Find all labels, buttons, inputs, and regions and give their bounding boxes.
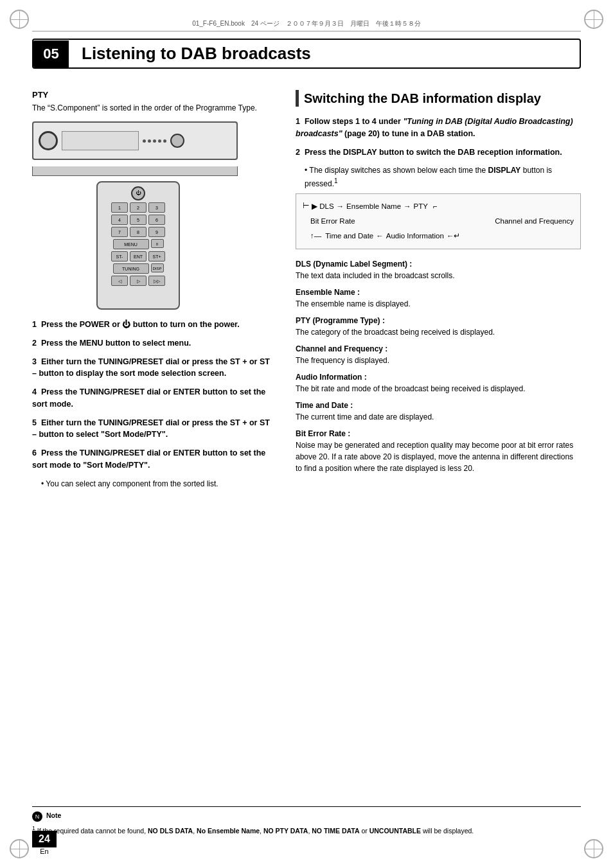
- device-unit-bottom: [32, 166, 238, 176]
- unit-dots: [143, 139, 166, 143]
- step-2: 2 Press the MENU button to select menu.: [32, 337, 276, 350]
- flow-arrow-1: →: [337, 200, 344, 213]
- top-meta: 01_F-F6_EN.book 24 ページ ２００７年９月３日 月曜日 午後１…: [32, 19, 581, 31]
- note-title: Note: [46, 811, 61, 821]
- remote-btn-st-minus: ST-: [111, 251, 128, 261]
- remote-btn-prev: ◁: [111, 276, 128, 286]
- remote-btn-st-plus: ST+: [148, 251, 165, 261]
- info-biterror: Bit Error Rate : Noise may be generated …: [296, 428, 581, 474]
- info-audio-text: The bit rate and mode of the broadcast b…: [296, 384, 526, 393]
- page-lang: En: [32, 847, 57, 855]
- pty-heading: PTY: [32, 90, 276, 100]
- info-pty: PTY (Programme Type) : The category of t…: [296, 315, 581, 338]
- device-unit-top: [32, 121, 238, 160]
- switching-title: Switching the DAB information display: [296, 90, 581, 107]
- info-timedate-label: Time and Date :: [296, 401, 353, 410]
- remote-btn-9: 9: [148, 227, 165, 237]
- content-area: PTY The “S.Component” is sorted in the o…: [32, 90, 581, 804]
- remote-btn-disp: DISP: [151, 263, 164, 272]
- step-6-bullet: You can select any component from the so…: [41, 478, 276, 490]
- crosshair-br: [584, 839, 603, 858]
- remote-power-btn: ⏻: [131, 186, 145, 200]
- info-channel-label: Channel and Frequency :: [296, 344, 387, 353]
- info-pty-text: The category of the broadcast being rece…: [296, 328, 495, 337]
- display-flow: ⊢ ▶ DLS → Ensemble Name → PTY ⌐ Bit Erro…: [296, 193, 581, 249]
- device-remote: ⏻ 1 2 3 4 5 6 7 8 9 MENU 0 ST- EN: [96, 181, 180, 310]
- crosshair-tr: [584, 10, 603, 29]
- remote-btn-1: 1: [111, 202, 128, 213]
- flow-audio-info: Audio Information: [386, 229, 444, 243]
- remote-btn-enter: ENT: [130, 251, 147, 261]
- remote-btn-5: 5: [130, 215, 147, 225]
- remote-row-4: MENU 0: [113, 239, 164, 249]
- info-timedate-text: The current time and date are displayed.: [296, 412, 434, 421]
- right-column: Switching the DAB information display 1 …: [296, 90, 581, 804]
- crosshair-tl: [10, 10, 29, 29]
- page-number: 24: [32, 831, 57, 847]
- right-step-1: 1 Follow steps 1 to 4 under "Tuning in D…: [296, 116, 581, 140]
- flow-ensemble: Ensemble Name: [346, 200, 401, 213]
- chapter-header: 05 Listening to DAB broadcasts: [32, 39, 581, 69]
- info-audio-label: Audio Information :: [296, 373, 367, 382]
- info-timedate: Time and Date : The current time and dat…: [296, 400, 581, 423]
- flow-dls: ▶ DLS: [312, 200, 334, 213]
- dot-1: [143, 139, 146, 143]
- step-3: 3 Either turn the TUNING/PRESET dial or …: [32, 356, 276, 380]
- flow-return-arrow: ↑—: [310, 229, 321, 243]
- remote-btn-2: 2: [130, 202, 147, 213]
- remote-row-3: 7 8 9: [111, 227, 165, 237]
- flow-row-1: ⊢ ▶ DLS → Ensemble Name → PTY ⌐: [303, 199, 574, 213]
- remote-btn-next: ▷▷: [148, 276, 165, 286]
- flow-pty-turn: ⌐: [433, 200, 438, 213]
- note-icon: N: [32, 811, 42, 822]
- right-step-2: 2 Press the DISPLAY button to switch the…: [296, 146, 581, 159]
- dot-5: [163, 139, 166, 143]
- unit-power-btn: [170, 134, 184, 148]
- remote-row-6: TUNING DISP: [113, 263, 164, 274]
- flow-row-2: ↑— Time and Date ← Audio Information ←↵: [310, 229, 574, 243]
- flow-arrow-back-1: ←: [376, 229, 384, 243]
- step-5: 5 Either turn the TUNING/PRESET dial or …: [32, 417, 276, 441]
- dot-3: [153, 139, 156, 143]
- flow-pty: PTY: [414, 200, 428, 213]
- flow-arrow-back-2: ←↵: [447, 229, 461, 243]
- step-1: 1 Press the POWER or ⏻ button to turn on…: [32, 319, 276, 331]
- info-dls: DLS (Dynamic Label Segment) : The text d…: [296, 258, 581, 281]
- remote-btn-tuning: TUNING: [113, 263, 149, 274]
- flow-channel-freq: Channel and Frequency: [495, 215, 574, 228]
- unit-dial: [39, 131, 58, 150]
- remote-row-7: ◁ ▷ ▷▷: [111, 276, 165, 286]
- info-ensemble-text: The ensemble name is displayed.: [296, 299, 411, 308]
- remote-row-1: 1 2 3: [111, 202, 165, 213]
- info-dls-text: The text data included in the broadcast …: [296, 271, 454, 280]
- info-ensemble-label: Ensemble Name :: [296, 288, 360, 297]
- crosshair-bl: [10, 839, 29, 858]
- note-area: N Note 1 If the required data cannot be …: [32, 806, 581, 836]
- dot-4: [158, 139, 161, 143]
- remote-btn-3: 3: [148, 202, 165, 213]
- remote-btn-8: 8: [130, 227, 147, 237]
- info-channel: Channel and Frequency : The frequency is…: [296, 343, 581, 366]
- pty-subtext: The “S.Component” is sorted in the order…: [32, 102, 276, 114]
- left-column: PTY The “S.Component” is sorted in the o…: [32, 90, 276, 804]
- chapter-number: 05: [33, 40, 69, 67]
- remote-btn-menu: MENU: [113, 239, 149, 249]
- step-6: 6 Press the TUNING/PRESET dial or ENTER …: [32, 447, 276, 472]
- remote-row-5: ST- ENT ST+: [111, 251, 165, 261]
- remote-row-2: 4 5 6: [111, 215, 165, 225]
- info-biterror-label: Bit Error Rate :: [296, 429, 350, 438]
- flow-time-date: Time and Date: [325, 229, 373, 243]
- remote-btn-0: 0: [151, 239, 164, 248]
- chapter-title: Listening to DAB broadcasts: [69, 40, 580, 67]
- info-audio: Audio Information : The bit rate and mod…: [296, 371, 581, 394]
- remote-btn-play: ▷: [130, 276, 147, 286]
- step-4: 4 Press the TUNING/PRESET dial or ENTER …: [32, 386, 276, 411]
- flow-arrow-2: →: [404, 200, 411, 213]
- right-step-2-bullet: The display switches as shown below each…: [305, 164, 581, 190]
- remote-btn-4: 4: [111, 215, 128, 225]
- info-ensemble: Ensemble Name : The ensemble name is dis…: [296, 287, 581, 310]
- flow-arrow-start: ⊢: [303, 199, 309, 213]
- unit-display: [62, 131, 139, 150]
- note-text: 1 If the required data cannot be found, …: [32, 824, 581, 836]
- info-dls-label: DLS (Dynamic Label Segment) :: [296, 260, 412, 269]
